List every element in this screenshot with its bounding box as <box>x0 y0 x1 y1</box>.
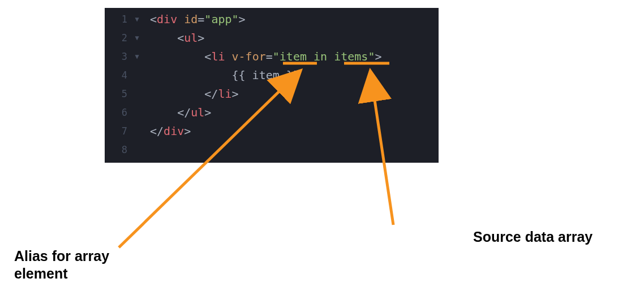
code-editor: 1 ▼ <div id="app"> 2 ▼ <ul> 3 ▼ <li v-fo… <box>105 8 439 163</box>
code-content: </li> <box>143 85 239 103</box>
fold-icon: ▼ <box>131 10 143 29</box>
label-source: Source data array <box>473 228 632 246</box>
code-content: </div> <box>143 122 191 141</box>
line-number: 2 <box>105 29 131 47</box>
code-content: <div id="app"> <box>143 10 246 29</box>
label-alias: Alias for array element <box>14 247 144 283</box>
line-number: 4 <box>105 66 131 85</box>
line-number: 6 <box>105 103 131 122</box>
code-content: <li v-for="item in items"> <box>143 47 381 66</box>
code-line: 7 </div> <box>105 122 439 141</box>
line-number: 1 <box>105 10 131 29</box>
line-number: 5 <box>105 85 131 103</box>
fold-icon: ▼ <box>131 29 143 47</box>
code-line: 1 ▼ <div id="app"> <box>105 10 439 29</box>
code-content: <ul> <box>143 29 204 47</box>
fold-icon: ▼ <box>131 47 143 66</box>
code-line: 4 {{ item }} <box>105 66 439 85</box>
code-line: 2 ▼ <ul> <box>105 29 439 47</box>
code-line: 8 <box>105 141 439 159</box>
code-line: 3 ▼ <li v-for="item in items"> <box>105 47 439 66</box>
code-line: 5 </li> <box>105 85 439 103</box>
line-number: 8 <box>105 141 131 159</box>
code-content: </ul> <box>143 103 211 122</box>
code-line: 6 </ul> <box>105 103 439 122</box>
line-number: 3 <box>105 47 131 66</box>
line-number: 7 <box>105 122 131 141</box>
code-content: {{ item }} <box>143 66 300 85</box>
